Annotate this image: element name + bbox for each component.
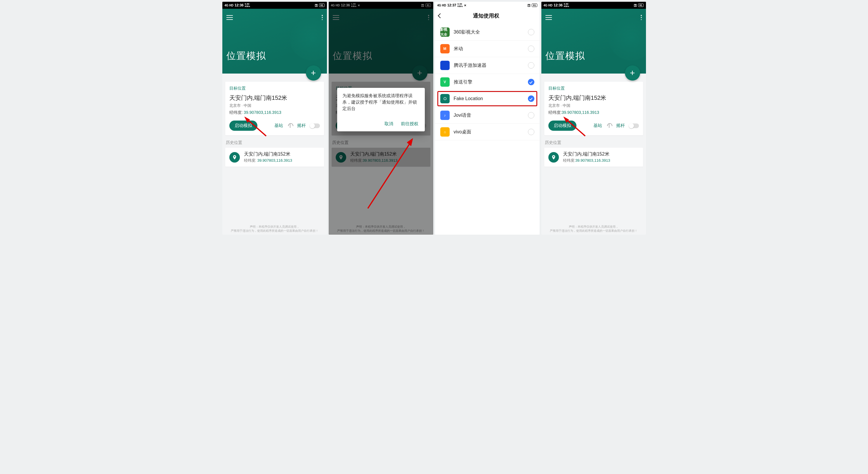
history-item[interactable]: 天安门内,端门南152米 经纬度: 39.907803,116.3913 [225,148,324,167]
dialog-scrim: 为避免模拟服务被系统或清理程序误杀，建议授予程序「通知使用权」并锁定后台 取消 … [329,2,433,235]
app-icon [440,61,450,70]
permission-dialog: 为避免模拟服务被系统或清理程序误杀，建议授予程序「通知使用权」并锁定后台 取消 … [337,88,425,131]
location-sub: 北京市 · 中国 [229,103,320,108]
pin-icon [548,152,559,163]
history-item[interactable]: 天安门内,端门南152米 经纬度:39.907803,116.3913 [544,148,643,167]
clock: 12:36 [554,3,563,7]
menu-icon[interactable] [546,15,552,20]
history-coord: 经纬度: 39.907803,116.3913 [244,158,292,163]
phone-main: 4G HD 12:36 0.80 KB/s ⚿ 91 位置模拟 + 目标位置 天… [222,2,327,235]
permission-toggle[interactable] [528,62,534,69]
statusbar: 4G HD 12:37 0.30 KB/s ✕ ⚿ 91 [435,2,539,9]
settings-row[interactable]: 腾讯手游加速器 [435,57,539,74]
app-name: Jovi语音 [454,112,524,118]
app-name: 米动 [454,46,524,52]
permission-toggle[interactable] [528,112,534,118]
history-label: 历史位置 [545,140,643,145]
wifi-icon: ⚿ [315,4,318,7]
signal-label: 4G HD [225,4,234,7]
main-content: 目标位置 天安门内,端门南152米 北京市 · 中国 经纬度: 39.90780… [222,73,327,235]
overflow-menu-icon[interactable] [322,15,323,20]
app-name: 腾讯手游加速器 [454,63,524,69]
antenna-icon [606,123,612,128]
tools-icon: ✕ [464,4,466,7]
add-fab[interactable]: + [306,65,321,80]
settings-row[interactable]: ⬡Fake Location [435,91,539,107]
app-header: 位置模拟 + [541,9,646,73]
permission-toggle[interactable] [528,129,534,135]
clock: 12:36 [235,3,244,7]
base-station-label[interactable]: 基站 [593,123,602,128]
base-station-label[interactable]: 基站 [274,123,283,128]
battery-level: 91 [319,3,324,7]
clock: 12:37 [447,3,456,7]
permission-toggle[interactable] [528,79,534,85]
phone-main-repeat: 4G HD 12:36 0.80 KB/s ⚿ 91 位置模拟 + 目标位置 天… [541,2,646,235]
add-fab[interactable]: + [625,65,640,80]
target-card: 目标位置 天安门内,端门南152米 北京市 · 中国 经纬度:39.907803… [544,82,643,135]
app-icon: ⬡ [440,94,450,103]
app-icon: 影视大全 [440,27,450,37]
app-icon: M [440,44,450,54]
menu-icon[interactable] [226,15,233,20]
wifi-icon: ⚿ [634,4,637,7]
location-title: 天安门内,端门南152米 [548,94,639,102]
app-name: vivo桌面 [454,129,524,135]
page-title: 位置模拟 [226,49,323,63]
joystick-label: 摇杆 [297,123,306,128]
settings-row[interactable]: M米动 [435,41,539,57]
app-icon: V [440,77,450,87]
battery-level: 91 [638,3,643,7]
target-card: 目标位置 天安门内,端门南152米 北京市 · 中国 经纬度: 39.90780… [225,82,324,135]
location-title: 天安门内,端门南152米 [229,94,320,102]
target-label: 目标位置 [229,86,320,91]
wifi-icon: ⚿ [528,4,531,7]
settings-title: 通知使用权 [442,12,530,19]
settings-row[interactable]: ♪Jovi语音 [435,107,539,124]
signal-label: 4G HD [437,4,446,7]
start-sim-button[interactable]: 启动模拟 [229,121,257,131]
antenna-icon [287,123,293,128]
location-coord: 经纬度:39.907803,116.3913 [548,110,639,115]
joystick-switch[interactable] [310,124,320,128]
main-content: 目标位置 天安门内,端门南152米 北京市 · 中国 经纬度:39.907803… [541,73,646,235]
settings-appbar: 通知使用权 [435,9,539,23]
dialog-go-button[interactable]: 前往授权 [401,121,418,127]
footer-disclaimer: 声明：本程序仅供开发人员调试使用，严禁用于违法行为，使用此程序所造成的一切后果由… [222,225,327,233]
settings-row[interactable]: ⌂vivo桌面 [435,124,539,140]
statusbar: 4G HD 12:36 0.80 KB/s ⚿ 91 [222,2,327,9]
settings-list: 影视大全360影视大全M米动腾讯手游加速器V推送引擎⬡Fake Location… [435,23,539,140]
dialog-cancel-button[interactable]: 取消 [384,121,393,127]
history-coord: 经纬度:39.907803,116.3913 [563,158,610,163]
location-coord: 经纬度: 39.907803,116.3913 [229,110,320,115]
permission-toggle[interactable] [528,45,534,52]
footer-disclaimer: 声明：本程序仅供开发人员调试使用，严禁用于违法行为，使用此程序所造成的一切后果由… [541,225,646,233]
battery-level: 91 [532,3,537,7]
permission-toggle[interactable] [528,29,534,35]
statusbar: 4G HD 12:36 0.80 KB/s ⚿ 91 [541,2,646,9]
page-title: 位置模拟 [546,49,642,63]
history-title: 天安门内,端门南152米 [244,151,292,157]
app-name: 360影视大全 [454,29,524,35]
permission-toggle[interactable] [528,96,534,102]
overflow-menu-icon[interactable] [641,15,642,20]
joystick-switch[interactable] [629,124,639,128]
net-speed: 0.80 KB/s [564,3,569,8]
app-header: 位置模拟 + [222,9,327,73]
app-name: 推送引擎 [454,79,524,85]
phone-dialog: 4G HD 12:36 1.90 KB/s ✕ ⚿ 91 位置模拟 + 目标位置… [329,2,433,235]
pin-icon [229,152,240,163]
history-title: 天安门内,端门南152米 [563,151,610,157]
app-icon: ⌂ [440,127,450,137]
dialog-message: 为避免模拟服务被系统或清理程序误杀，建议授予程序「通知使用权」并锁定后台 [342,93,420,112]
settings-row[interactable]: V推送引擎 [435,74,539,91]
net-speed: 0.80 KB/s [245,3,250,8]
settings-row[interactable]: 影视大全360影视大全 [435,24,539,41]
start-sim-button[interactable]: 启动模拟 [548,121,577,131]
app-icon: ♪ [440,111,450,120]
history-label: 历史位置 [226,140,323,145]
net-speed: 0.30 KB/s [458,3,463,8]
phone-settings: 4G HD 12:37 0.30 KB/s ✕ ⚿ 91 通知使用权 影视大全3… [435,2,539,235]
target-label: 目标位置 [548,86,639,91]
location-sub: 北京市 · 中国 [548,103,639,108]
